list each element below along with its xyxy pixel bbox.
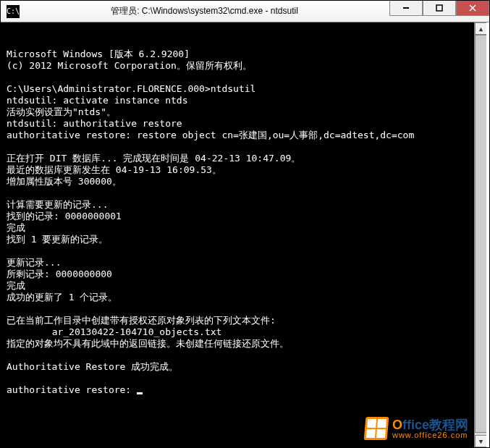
cmd-icon: C:\	[7, 5, 20, 18]
cursor	[137, 392, 143, 394]
close-button[interactable]	[456, 0, 489, 16]
scrollbar[interactable]: ▲ ▼	[474, 22, 486, 447]
watermark-text: Office教程网 www.office26.com	[392, 418, 468, 439]
scroll-down-button[interactable]: ▼	[475, 435, 486, 447]
watermark-brand: Office教程网	[392, 418, 468, 431]
titlebar: C:\ 管理员: C:\Windows\system32\cmd.exe - n…	[1, 1, 489, 22]
maximize-button[interactable]	[423, 0, 456, 16]
office-logo-icon	[364, 417, 389, 440]
terminal-output: Microsoft Windows [版本 6.2.9200] (c) 2012…	[7, 48, 470, 396]
watermark-url: www.office26.com	[392, 431, 468, 439]
svg-rect-1	[436, 5, 442, 11]
scroll-up-button[interactable]: ▲	[475, 22, 486, 35]
scroll-thumb[interactable]	[475, 35, 486, 433]
window-title: 管理员: C:\Windows\system32\cmd.exe - ntdsu…	[20, 5, 389, 17]
minimize-button[interactable]	[389, 0, 423, 16]
watermark: Office教程网 www.office26.com	[365, 417, 468, 440]
window-controls	[389, 1, 489, 22]
terminal[interactable]: Microsoft Windows [版本 6.2.9200] (c) 2012…	[1, 22, 486, 447]
